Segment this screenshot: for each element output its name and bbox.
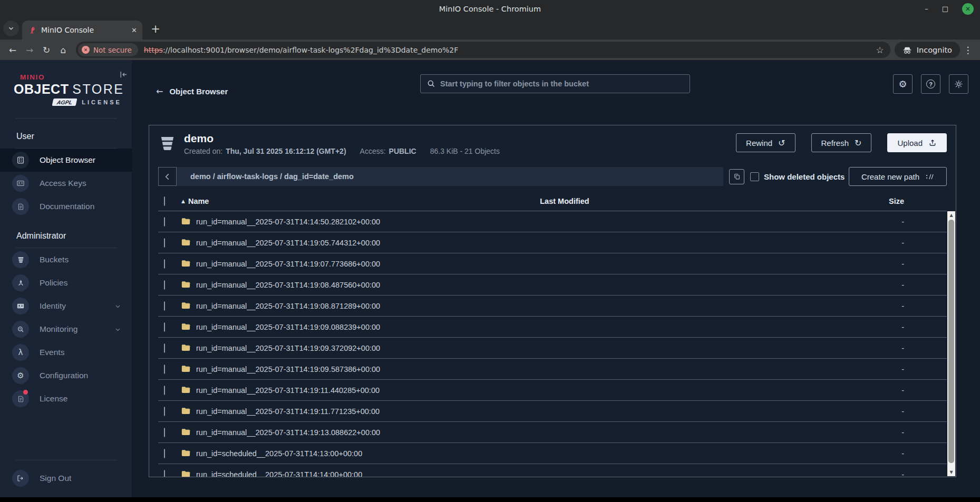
row-checkbox[interactable] xyxy=(164,386,165,395)
reload-button[interactable]: ↻ xyxy=(38,42,55,58)
row-checkbox[interactable] xyxy=(164,365,165,374)
monitoring-icon xyxy=(12,321,29,338)
row-checkbox-cell xyxy=(158,428,181,437)
sidebar-item-label: Monitoring xyxy=(40,324,77,334)
sidebar-item-policies[interactable]: Policies xyxy=(0,271,132,294)
chevron-down-icon[interactable] xyxy=(114,326,121,333)
name-column-header[interactable]: ▲Name xyxy=(181,197,451,205)
table-row[interactable]: run_id=manual__2025-07-31T14:19:09.37209… xyxy=(158,338,947,359)
rewind-button[interactable]: Rewind↺ xyxy=(736,133,795,152)
settings-button[interactable]: ⚙ xyxy=(893,74,913,94)
object-name-cell[interactable]: run_id=manual__2025-07-31T14:19:11.44028… xyxy=(181,386,451,395)
modified-column-header[interactable]: Last Modified xyxy=(451,197,678,205)
scroll-up-arrow[interactable]: ▲ xyxy=(947,211,955,219)
table-scrollbar[interactable]: ▲ ▼ xyxy=(947,211,955,476)
site-security-chip[interactable]: ✕ Not secure xyxy=(78,43,138,56)
object-name-cell[interactable]: run_id=manual__2025-07-31T14:19:13.08862… xyxy=(181,428,451,437)
object-name-cell[interactable]: run_id=manual__2025-07-31T14:19:09.58738… xyxy=(181,365,451,373)
object-filter-search[interactable] xyxy=(420,74,690,93)
object-name-cell[interactable]: run_id=manual__2025-07-31T14:19:09.37209… xyxy=(181,344,451,352)
show-deleted-checkbox[interactable] xyxy=(750,172,759,181)
object-name-cell[interactable]: run_id=manual__2025-07-31T14:19:09.08823… xyxy=(181,323,451,331)
row-checkbox[interactable] xyxy=(164,449,165,458)
sign-out-button[interactable]: Sign Out xyxy=(0,467,132,490)
table-row[interactable]: run_id=manual__2025-07-31T14:19:13.08862… xyxy=(158,422,947,443)
home-button[interactable]: ⌂ xyxy=(55,42,72,58)
folder-icon xyxy=(181,449,190,457)
sidebar-item-object-browser[interactable]: Object Browser xyxy=(0,149,132,172)
object-name-cell[interactable]: run_id=manual__2025-07-31T14:19:08.87128… xyxy=(181,302,451,310)
table-row[interactable]: run_id=scheduled__2025-07-31T14:13:00+00… xyxy=(158,443,947,464)
copy-path-button[interactable] xyxy=(729,169,744,184)
table-row[interactable]: run_id=manual__2025-07-31T14:19:08.48756… xyxy=(158,274,947,296)
row-checkbox[interactable] xyxy=(164,470,165,478)
sidebar-item-access-keys[interactable]: Access Keys xyxy=(0,172,132,195)
row-checkbox[interactable] xyxy=(164,217,165,227)
browser-tab[interactable]: MinIO Console ✕ xyxy=(22,21,142,40)
object-size-cell: - xyxy=(678,302,947,310)
scrollbar-thumb[interactable] xyxy=(948,220,954,463)
back-button[interactable]: ← xyxy=(4,42,21,58)
window-minimize-button[interactable]: – xyxy=(925,5,928,13)
url-text[interactable]: https://localhost:9001/browser/demo/airf… xyxy=(144,46,872,54)
sidebar-collapse-icon[interactable] xyxy=(119,70,129,80)
sidebar-item-identity[interactable]: Identity xyxy=(0,294,132,318)
refresh-button[interactable]: Refresh↻ xyxy=(811,133,872,152)
table-row[interactable]: run_id=manual__2025-07-31T14:14:50.28210… xyxy=(158,211,947,232)
sidebar-item-events[interactable]: λ Events xyxy=(0,341,132,364)
row-checkbox[interactable] xyxy=(164,343,165,353)
help-button[interactable]: ? xyxy=(921,74,940,94)
search-input[interactable] xyxy=(440,80,683,88)
path-bar: demo / airflow-task-logs / dag_id=date_d… xyxy=(158,167,947,186)
new-tab-button[interactable]: + xyxy=(148,21,163,37)
object-name-cell[interactable]: run_id=manual__2025-07-31T14:19:07.77368… xyxy=(181,260,451,268)
tab-search-button[interactable] xyxy=(3,21,19,36)
table-row[interactable]: run_id=manual__2025-07-31T14:19:05.74431… xyxy=(158,232,947,253)
table-row[interactable]: run_id=manual__2025-07-31T14:19:11.44028… xyxy=(158,380,947,401)
object-name-cell[interactable]: run_id=manual__2025-07-31T14:19:05.74431… xyxy=(181,239,451,247)
forward-button[interactable]: → xyxy=(21,42,38,58)
table-row[interactable]: run_id=manual__2025-07-31T14:19:08.87128… xyxy=(158,296,947,317)
object-name-cell[interactable]: run_id=scheduled__2025-07-31T14:14:00+00… xyxy=(181,470,451,478)
bookmark-star-icon[interactable]: ☆ xyxy=(876,45,884,55)
breadcrumb[interactable]: demo / airflow-task-logs / dag_id=date_d… xyxy=(177,167,723,186)
url-bar[interactable]: ✕ Not secure https://localhost:9001/brow… xyxy=(76,42,890,58)
table-row[interactable]: run_id=manual__2025-07-31T14:19:11.77123… xyxy=(158,401,947,422)
row-checkbox[interactable] xyxy=(164,428,165,437)
object-name-cell[interactable]: run_id=manual__2025-07-31T14:19:11.77123… xyxy=(181,407,451,416)
chevron-down-icon[interactable] xyxy=(114,303,121,310)
create-new-path-button[interactable]: Create new path xyxy=(849,167,947,186)
upload-button[interactable]: Upload xyxy=(887,133,947,152)
back-arrow-icon[interactable]: ← xyxy=(156,86,163,96)
sidebar-item-configuration[interactable]: ⚙ Configuration xyxy=(0,364,132,387)
table-row[interactable]: run_id=manual__2025-07-31T14:19:07.77368… xyxy=(158,253,947,274)
object-name-cell[interactable]: run_id=manual__2025-07-31T14:14:50.28210… xyxy=(181,218,451,226)
theme-toggle-button[interactable]: ☼ xyxy=(949,74,968,94)
object-name-cell[interactable]: run_id=scheduled__2025-07-31T14:13:00+00… xyxy=(181,449,451,458)
sidebar-item-documentation[interactable]: Documentation xyxy=(0,195,132,218)
page-back-title[interactable]: ← Object Browser xyxy=(156,86,228,96)
row-checkbox[interactable] xyxy=(164,301,165,311)
sidebar-item-buckets[interactable]: Buckets xyxy=(0,248,132,271)
row-checkbox[interactable] xyxy=(164,238,165,248)
path-back-button[interactable] xyxy=(158,167,177,186)
tab-close-icon[interactable]: ✕ xyxy=(131,26,137,34)
sidebar-item-monitoring[interactable]: Monitoring xyxy=(0,318,132,341)
select-all-checkbox[interactable] xyxy=(164,196,165,206)
row-checkbox[interactable] xyxy=(164,407,165,416)
row-checkbox[interactable] xyxy=(164,259,165,269)
table-row[interactable]: run_id=scheduled__2025-07-31T14:14:00+00… xyxy=(158,464,947,477)
size-column-header[interactable]: Size xyxy=(678,197,947,205)
browser-menu-icon[interactable]: ⋮ xyxy=(960,45,976,55)
sidebar-item-license[interactable]: License xyxy=(0,387,132,410)
scroll-down-arrow[interactable]: ▼ xyxy=(947,468,955,476)
table-row[interactable]: run_id=manual__2025-07-31T14:19:09.08823… xyxy=(158,317,947,338)
help-icon: ? xyxy=(926,80,935,88)
incognito-icon xyxy=(903,46,912,54)
object-name-cell[interactable]: run_id=manual__2025-07-31T14:19:08.48756… xyxy=(181,281,451,289)
table-row[interactable]: run_id=manual__2025-07-31T14:19:09.58738… xyxy=(158,359,947,380)
row-checkbox[interactable] xyxy=(164,322,165,332)
window-close-button[interactable]: ✕ xyxy=(962,3,974,15)
window-maximize-button[interactable]: □ xyxy=(942,5,948,13)
row-checkbox[interactable] xyxy=(164,280,165,290)
